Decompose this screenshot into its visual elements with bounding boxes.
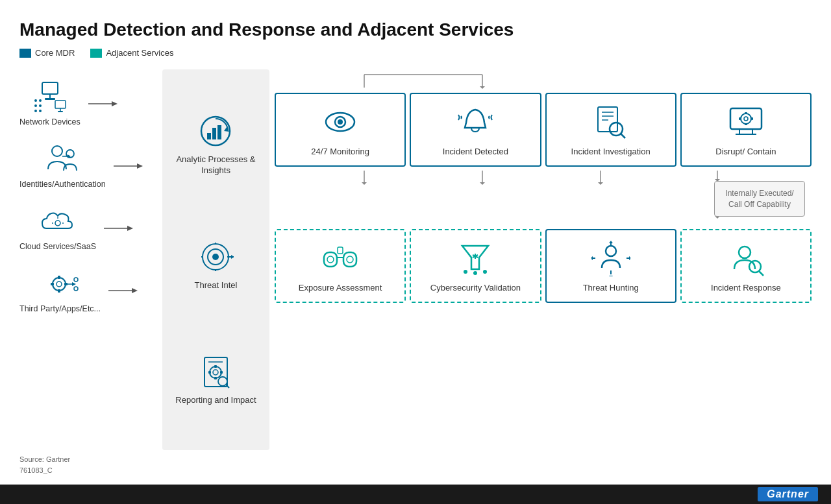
svg-rect-57 — [214, 365, 217, 368]
incident-response-label: Incident Response — [711, 283, 781, 294]
svg-point-14 — [52, 146, 62, 156]
internally-executed-box: Internally Executed/ Call Off Capability — [714, 181, 805, 217]
svg-marker-111 — [609, 241, 613, 243]
incident-investigation-icon — [591, 104, 630, 140]
flow-box-disrupt-contain: Disrupt/ Contain — [680, 93, 812, 167]
identities-label: Identities/Authentication — [19, 180, 106, 189]
flow-box-exposure: Exposure Assessment — [275, 229, 406, 303]
gartner-logo: Gartner — [758, 487, 818, 501]
svg-rect-58 — [214, 377, 217, 379]
top-flow: 24/7 Monitoring — [275, 93, 812, 167]
svg-point-4 — [39, 99, 42, 102]
source-network-devices: Network Devices — [19, 76, 81, 132]
top-connector — [275, 69, 812, 89]
svg-marker-34 — [72, 282, 76, 286]
source-cloud: Cloud Services/SaaS — [19, 200, 96, 256]
svg-rect-30 — [58, 289, 60, 293]
source-third-party: Third Party/Apps/Etc... — [19, 263, 101, 318]
identities-icon — [43, 143, 82, 176]
legend: Core MDR Adjacent Services — [19, 48, 812, 58]
incident-investigation-label: Incident Investigation — [571, 147, 651, 158]
incident-detected-label: Incident Detected — [443, 147, 508, 158]
reporting-icon — [198, 354, 234, 390]
svg-rect-85 — [739, 117, 741, 120]
monitoring-icon — [321, 104, 360, 140]
threat-intel-label: Threat Intel — [195, 280, 238, 291]
svg-point-118 — [739, 246, 750, 258]
svg-rect-29 — [58, 276, 60, 279]
legend-core-mdr-box — [19, 49, 31, 58]
svg-rect-98 — [343, 252, 356, 267]
svg-point-3 — [34, 99, 37, 102]
svg-point-6 — [39, 104, 42, 107]
cybersecurity-label: Cybersecurity Validation — [430, 283, 521, 294]
svg-marker-90 — [480, 182, 485, 185]
threat-intel-icon — [198, 239, 234, 275]
svg-point-35 — [74, 278, 78, 282]
svg-point-8 — [39, 110, 42, 112]
svg-rect-11 — [58, 111, 63, 112]
svg-rect-0 — [42, 82, 58, 94]
middle-arrows-area: Internally Executed/ Call Off Capability — [275, 171, 812, 222]
exposure-icon — [321, 241, 360, 276]
incident-detected-icon — [456, 104, 495, 140]
arrow-network — [88, 97, 118, 110]
svg-point-70 — [338, 119, 343, 125]
svg-point-56 — [213, 370, 218, 375]
right-section: 24/7 Monitoring — [275, 69, 812, 450]
reporting-item: Reporting and Impact — [175, 354, 256, 406]
svg-point-106 — [464, 270, 467, 274]
source-row-identities: Identities/Authentication — [19, 138, 162, 194]
legend-core-mdr-label: Core MDR — [35, 48, 75, 58]
disrupt-contain-icon — [726, 104, 765, 140]
svg-marker-88 — [362, 182, 367, 185]
svg-marker-13 — [112, 101, 118, 106]
svg-rect-71 — [598, 107, 617, 132]
middle-column: Analytic Processes & Insights — [162, 69, 269, 450]
svg-point-107 — [473, 271, 477, 275]
third-party-icon — [41, 268, 80, 300]
svg-point-108 — [483, 270, 487, 274]
legend-adjacent-label: Adjacent Services — [106, 48, 173, 58]
svg-marker-113 — [609, 276, 613, 276]
svg-marker-38 — [132, 288, 138, 293]
svg-point-36 — [74, 287, 78, 291]
legend-adjacent: Adjacent Services — [90, 48, 173, 58]
threat-intel-item: Threat Intel — [195, 239, 238, 291]
svg-point-101 — [347, 256, 353, 263]
source-row-network: Network Devices — [19, 76, 162, 132]
flow-box-cybersecurity: Cybersecurity Validation — [410, 229, 541, 303]
svg-rect-59 — [208, 371, 211, 374]
exposure-label: Exposure Assessment — [299, 283, 382, 294]
content-area: Network Devices — [19, 69, 812, 450]
legend-core-mdr: Core MDR — [19, 48, 75, 58]
reporting-label: Reporting and Impact — [175, 395, 256, 406]
arrow-third-party — [108, 284, 138, 297]
source-identities: Identities/Authentication — [19, 138, 106, 194]
threat-hunting-icon — [591, 241, 630, 276]
svg-rect-40 — [207, 133, 211, 139]
svg-rect-86 — [751, 117, 753, 120]
analytic-processes-icon — [198, 114, 234, 149]
flow-box-incident-response: Incident Response — [680, 229, 812, 303]
svg-rect-31 — [51, 283, 54, 285]
bottom-bar: Gartner — [0, 485, 831, 504]
svg-point-7 — [34, 110, 37, 112]
source-text: Source: Gartner 761083_C — [19, 454, 70, 477]
internally-executed-label: Internally Executed/ Call Off Capability — [725, 189, 793, 209]
network-devices-label: Network Devices — [19, 117, 81, 126]
svg-point-28 — [56, 282, 62, 287]
incident-response-icon — [726, 241, 765, 276]
main-container: Managed Detection and Response and Adjac… — [0, 0, 831, 504]
svg-marker-117 — [629, 256, 630, 260]
legend-adjacent-box — [90, 49, 102, 58]
third-party-label: Third Party/Apps/Etc... — [19, 304, 101, 313]
bottom-flow: Exposure Assessment — [275, 229, 812, 303]
page-title: Managed Detection and Response and Adjac… — [19, 19, 812, 40]
arrow-cloud — [104, 222, 133, 235]
flow-box-incident-detected: Incident Detected — [410, 93, 541, 167]
svg-rect-97 — [324, 252, 337, 267]
svg-point-62 — [218, 377, 227, 386]
analytic-processes-item: Analytic Processes & Insights — [169, 114, 263, 176]
svg-marker-19 — [137, 163, 143, 169]
